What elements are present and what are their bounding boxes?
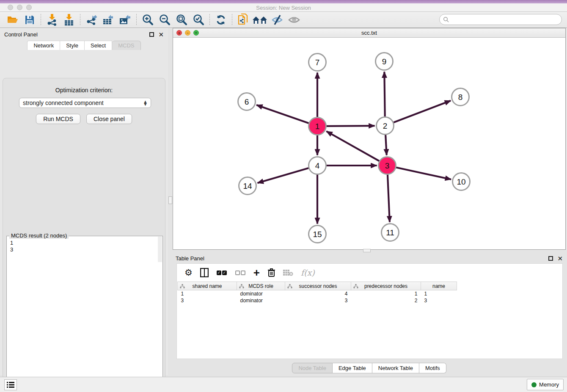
import-network-button[interactable] xyxy=(44,13,61,27)
node-table[interactable]: shared name MCDS role successor nodes pr… xyxy=(177,282,457,304)
graph-edge-1-6[interactable] xyxy=(256,105,309,123)
column-header-successor-nodes[interactable]: successor nodes xyxy=(285,282,351,290)
zoom-in-button[interactable] xyxy=(139,13,156,27)
unchecked-box-icon xyxy=(241,271,245,275)
export-table-icon xyxy=(103,14,114,26)
zoom-selected-button[interactable] xyxy=(190,13,207,27)
add-column-button[interactable]: + xyxy=(253,267,260,278)
graph-edge-2-9[interactable] xyxy=(384,72,385,116)
list-icon xyxy=(7,381,14,388)
tab-motifs[interactable]: Motifs xyxy=(419,363,446,373)
import-table-icon xyxy=(64,14,74,26)
save-session-button[interactable] xyxy=(21,13,38,27)
table-panel: Table Panel ✕ ⚙ ✓✓ + xyxy=(171,252,567,377)
result-scrollbar[interactable] xyxy=(158,237,162,262)
network-window-titlebar[interactable]: x − + scc.txt xyxy=(173,28,565,38)
graph-edge-2-3[interactable] xyxy=(385,135,387,155)
run-mcds-button[interactable]: Run MCDS xyxy=(36,114,80,124)
column-header-name[interactable]: name xyxy=(421,282,457,290)
quick-search-field[interactable] xyxy=(439,14,562,25)
show-selection-button[interactable] xyxy=(286,13,303,27)
graph-edge-3-10[interactable] xyxy=(396,168,451,179)
zoom-out-icon xyxy=(159,14,171,26)
hierarchy-icon xyxy=(353,284,358,289)
table-tabs: Node Table Edge Table Network Table Moti… xyxy=(171,363,567,373)
graph-node-label-9: 9 xyxy=(382,57,387,66)
float-table-panel-icon[interactable] xyxy=(548,256,553,261)
optimization-criterion-select[interactable]: strongly connected component ▲▼ xyxy=(19,98,151,108)
memory-status-icon xyxy=(531,382,537,387)
toolbar-separator xyxy=(209,14,210,26)
graph-edge-1-2[interactable] xyxy=(326,126,374,126)
refresh-button[interactable] xyxy=(212,13,229,27)
network-graph[interactable]: 1234678910111415 xyxy=(173,38,565,249)
plus-icon: + xyxy=(253,268,260,277)
column-header-mcds-role[interactable]: MCDS role xyxy=(237,282,285,290)
graph-node-label-10: 10 xyxy=(457,177,465,186)
zoom-selected-icon xyxy=(193,14,204,26)
deselect-all-columns-button[interactable] xyxy=(235,267,246,278)
save-icon xyxy=(25,15,35,25)
zoom-out-button[interactable] xyxy=(156,13,173,27)
split-view-button[interactable] xyxy=(200,267,209,278)
hierarchy-icon xyxy=(239,284,244,289)
graph-node-label-6: 6 xyxy=(245,97,249,106)
select-all-columns-button[interactable]: ✓✓ xyxy=(216,267,227,278)
search-icon xyxy=(443,17,449,22)
close-panel-button[interactable]: Close panel xyxy=(86,114,132,124)
export-network-button[interactable] xyxy=(83,13,100,27)
network-view-window: x − + scc.txt 1234678910111415 xyxy=(173,28,566,250)
horizontal-splitter-handle[interactable] xyxy=(363,249,371,252)
delete-columns-button[interactable] xyxy=(267,267,275,278)
tab-node-table[interactable]: Node Table xyxy=(292,363,333,373)
show-all-networks-button[interactable] xyxy=(252,13,269,27)
tab-style[interactable]: Style xyxy=(60,41,85,50)
tab-network-table[interactable]: Network Table xyxy=(372,363,419,373)
export-image-button[interactable] xyxy=(117,13,134,27)
table-row[interactable]: 1 dominator 4 1 1 xyxy=(178,290,457,297)
graph-edge-4-14[interactable] xyxy=(258,168,309,183)
table-row[interactable]: 3 dominator 3 2 3 xyxy=(178,297,457,304)
tab-network[interactable]: Network xyxy=(27,41,60,50)
unchecked-box-icon xyxy=(235,271,240,275)
open-folder-icon xyxy=(7,15,19,25)
tab-mcds[interactable]: MCDS xyxy=(112,41,140,50)
zoom-in-icon xyxy=(142,14,154,26)
gear-icon: ⚙ xyxy=(184,268,193,278)
control-panel-tabs: Network Style Select MCDS xyxy=(0,41,168,50)
close-panel-icon[interactable]: ✕ xyxy=(158,31,164,38)
tab-edge-table[interactable]: Edge Table xyxy=(333,363,372,373)
column-settings-button[interactable]: ⚙ xyxy=(184,267,193,278)
zoom-fit-button[interactable] xyxy=(173,13,190,27)
graph-edge-2-8[interactable] xyxy=(394,101,451,123)
graph-edge-3-1[interactable] xyxy=(326,131,379,161)
zoom-fit-icon xyxy=(176,14,187,26)
close-table-panel-icon[interactable]: ✕ xyxy=(557,255,563,262)
duplicate-network-button[interactable] xyxy=(235,13,252,27)
export-table-button[interactable] xyxy=(100,13,117,27)
mcds-result-text[interactable]: 1 3 xyxy=(10,240,157,392)
refresh-icon xyxy=(215,14,226,25)
optimization-criterion-label: Optimization criterion: xyxy=(3,87,165,94)
tab-select[interactable]: Select xyxy=(85,41,112,50)
graph-node-label-4: 4 xyxy=(315,161,320,170)
open-session-button[interactable] xyxy=(4,13,21,27)
show-panels-button[interactable] xyxy=(4,379,17,390)
vertical-splitter-handle[interactable] xyxy=(168,196,172,204)
dropdown-stepper-icon: ▲▼ xyxy=(143,100,147,105)
function-builder-button[interactable]: f(x) xyxy=(301,267,315,278)
network-canvas[interactable]: 1234678910111415 xyxy=(173,38,565,249)
column-header-shared-name[interactable]: shared name xyxy=(178,282,237,290)
table-panel-title: Table Panel xyxy=(176,255,548,262)
window-title: Session: New Session xyxy=(0,5,567,11)
memory-button[interactable]: Memory xyxy=(527,379,564,390)
import-table-button[interactable] xyxy=(61,13,77,27)
delete-table-button[interactable] xyxy=(283,267,293,278)
graph-node-label-15: 15 xyxy=(313,230,322,239)
column-header-predecessor-nodes[interactable]: predecessor nodes xyxy=(351,282,421,290)
import-network-icon xyxy=(47,14,58,26)
graph-edge-3-11[interactable] xyxy=(388,174,390,222)
hide-selection-button[interactable] xyxy=(269,13,286,27)
float-panel-icon[interactable] xyxy=(149,32,154,37)
graph-node-label-7: 7 xyxy=(315,58,320,67)
